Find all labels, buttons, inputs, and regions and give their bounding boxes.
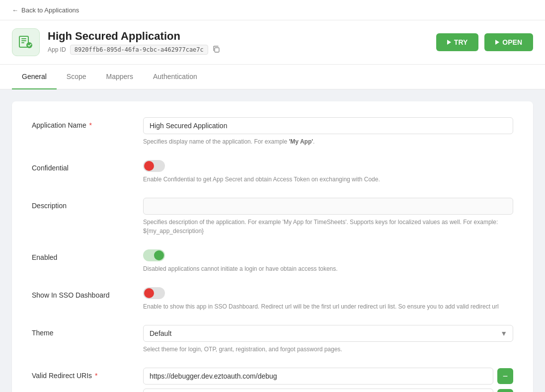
app-id-row: App ID 8920ffb6-895d-46fa-9cbc-a462977ca… bbox=[48, 45, 220, 55]
theme-field: Default Light Dark ▼ Select theme for lo… bbox=[143, 325, 513, 354]
application-name-hint: Specifies display name of the applicatio… bbox=[143, 137, 513, 146]
enabled-field: Disabled applications cannot initiate a … bbox=[143, 249, 513, 273]
description-input[interactable] bbox=[143, 198, 513, 215]
app-title: High Secured Application bbox=[48, 30, 220, 43]
show-in-sso-toggle-wrap bbox=[143, 287, 513, 299]
app-logo-icon bbox=[18, 34, 34, 50]
svg-rect-2 bbox=[21, 40, 26, 41]
header-actions: TRY OPEN bbox=[436, 33, 533, 51]
application-name-field: Specifies display name of the applicatio… bbox=[143, 117, 513, 146]
application-name-label: Application Name * bbox=[32, 117, 131, 129]
app-icon bbox=[12, 28, 40, 56]
back-arrow-icon: ← bbox=[12, 6, 18, 14]
add-redirect-uri-button[interactable]: + bbox=[497, 389, 513, 392]
show-in-sso-row: Show In SSO Dashboard Enable to show thi… bbox=[32, 287, 513, 311]
enabled-toggle-wrap bbox=[143, 249, 513, 261]
enabled-row: Enabled Disabled applications cannot ini… bbox=[32, 249, 513, 273]
confidential-toggle-knob bbox=[144, 161, 154, 171]
redirect-uri-input-1[interactable] bbox=[143, 389, 493, 392]
show-in-sso-toggle[interactable] bbox=[143, 287, 165, 299]
theme-select[interactable]: Default Light Dark bbox=[143, 325, 513, 342]
confidential-hint: Enable Confidential to get App Secret an… bbox=[143, 175, 513, 184]
app-title-section: High Secured Application App ID 8920ffb6… bbox=[48, 30, 220, 55]
confidential-field: Enable Confidential to get App Secret an… bbox=[143, 160, 513, 184]
svg-rect-1 bbox=[21, 38, 26, 39]
copy-icon[interactable] bbox=[212, 45, 220, 55]
try-button[interactable]: TRY bbox=[436, 33, 478, 51]
valid-redirect-uris-row: Valid Redirect URIs * − + bbox=[32, 368, 513, 392]
app-header: High Secured Application App ID 8920ffb6… bbox=[0, 20, 545, 65]
open-button[interactable]: OPEN bbox=[484, 33, 533, 51]
theme-hint: Select theme for login, OTP, grant, regi… bbox=[143, 345, 513, 354]
description-field: Specifies description of the application… bbox=[143, 198, 513, 235]
top-bar: ← Back to Applications bbox=[0, 0, 545, 20]
app-header-left: High Secured Application App ID 8920ffb6… bbox=[12, 28, 220, 56]
back-link[interactable]: ← Back to Applications bbox=[12, 6, 79, 14]
app-id-value: 8920ffb6-895d-46fa-9cbc-a462977cae7c bbox=[70, 45, 208, 55]
description-label: Description bbox=[32, 198, 131, 210]
confidential-label: Confidential bbox=[32, 160, 131, 172]
theme-select-wrap: Default Light Dark ▼ bbox=[143, 325, 513, 342]
application-name-input[interactable] bbox=[143, 117, 513, 134]
confidential-row: Confidential Enable Confidential to get … bbox=[32, 160, 513, 184]
tabs-bar: General Scope Mappers Authentication bbox=[0, 65, 545, 89]
remove-redirect-uri-button-0[interactable]: − bbox=[497, 368, 513, 384]
play-icon-open bbox=[495, 40, 499, 45]
redirect-uri-input-0[interactable] bbox=[143, 368, 493, 385]
enabled-toggle-knob bbox=[154, 250, 164, 260]
svg-rect-5 bbox=[215, 48, 219, 52]
svg-point-4 bbox=[26, 42, 32, 48]
description-hint: Specifies description of the application… bbox=[143, 218, 513, 235]
application-name-row: Application Name * Specifies display nam… bbox=[32, 117, 513, 146]
confidential-toggle-wrap bbox=[143, 160, 513, 172]
redirect-uri-row-1: + bbox=[143, 389, 513, 392]
tab-scope[interactable]: Scope bbox=[57, 65, 96, 89]
form-card: Application Name * Specifies display nam… bbox=[12, 101, 533, 392]
description-row: Description Specifies description of the… bbox=[32, 198, 513, 235]
redirect-required-star: * bbox=[93, 372, 97, 380]
show-in-sso-label: Show In SSO Dashboard bbox=[32, 287, 131, 299]
valid-redirect-uris-field: − + bbox=[143, 368, 513, 392]
theme-label: Theme bbox=[32, 325, 131, 337]
enabled-hint: Disabled applications cannot initiate a … bbox=[143, 264, 513, 273]
app-id-label: App ID bbox=[48, 46, 66, 53]
show-in-sso-toggle-knob bbox=[144, 288, 154, 298]
show-in-sso-hint: Enable to show this app in SSO Dashboard… bbox=[143, 302, 513, 311]
enabled-label: Enabled bbox=[32, 249, 131, 261]
redirect-uri-row-0: − bbox=[143, 368, 513, 385]
show-in-sso-field: Enable to show this app in SSO Dashboard… bbox=[143, 287, 513, 311]
main-content: Application Name * Specifies display nam… bbox=[0, 89, 545, 392]
play-icon-try bbox=[447, 40, 451, 45]
valid-redirect-uris-label: Valid Redirect URIs * bbox=[32, 368, 131, 380]
required-star: * bbox=[87, 121, 92, 129]
try-label: TRY bbox=[454, 38, 467, 46]
svg-rect-3 bbox=[21, 42, 24, 43]
open-label: OPEN bbox=[502, 38, 522, 46]
theme-row: Theme Default Light Dark ▼ Select theme … bbox=[32, 325, 513, 354]
confidential-toggle[interactable] bbox=[143, 160, 165, 172]
tab-mappers[interactable]: Mappers bbox=[96, 65, 143, 89]
enabled-toggle[interactable] bbox=[143, 249, 165, 261]
tab-general[interactable]: General bbox=[12, 65, 57, 89]
tab-authentication[interactable]: Authentication bbox=[143, 65, 207, 89]
back-link-label: Back to Applications bbox=[21, 6, 79, 14]
